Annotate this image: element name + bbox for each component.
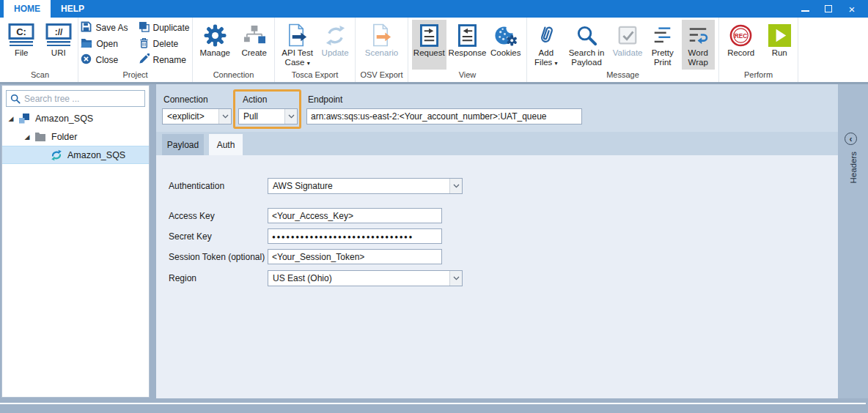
ribbon-group-project: Save As Open Close	[78, 18, 193, 82]
expander-icon[interactable]: ◢	[23, 133, 32, 141]
save-as-button[interactable]: Save As	[81, 21, 128, 34]
connection-select[interactable]: <explicit>	[162, 108, 232, 124]
expand-headers-button[interactable]: ‹	[845, 133, 857, 145]
project-tree: ◢ Amazon_SQS ◢ Folder	[2, 109, 149, 164]
status-bar	[0, 398, 868, 413]
action-select[interactable]: Pull	[238, 108, 298, 124]
open-button[interactable]: Open	[81, 38, 128, 51]
action-label: Action	[243, 94, 267, 105]
chevron-down-icon[interactable]	[218, 109, 231, 124]
maximize-button[interactable]	[817, 0, 840, 18]
group-label-osv-export: OSV Export	[356, 70, 408, 82]
record-button[interactable]: REC Record	[723, 20, 759, 70]
folder-icon	[34, 131, 47, 143]
chevron-left-icon: ‹	[850, 135, 853, 144]
group-label-perform: Perform	[719, 70, 798, 82]
minimize-button[interactable]	[793, 0, 817, 18]
response-view-button[interactable]: Response	[448, 20, 488, 70]
delete-button[interactable]: Delete	[139, 37, 190, 51]
expander-icon[interactable]: ◢	[7, 115, 15, 122]
paperclip-icon	[535, 22, 557, 48]
session-token-input[interactable]	[268, 249, 442, 264]
close-button[interactable]: ×	[840, 0, 864, 18]
group-label-tosca-export: Tosca Export	[275, 70, 355, 82]
rename-button[interactable]: Rename	[139, 53, 190, 67]
cookies-view-button[interactable]: Cookies	[488, 20, 523, 70]
pretty-print-button[interactable]: Pretty Print	[647, 20, 679, 70]
secret-key-input[interactable]	[268, 228, 442, 244]
authentication-label: Authentication	[169, 181, 224, 191]
close-circle-icon	[81, 53, 92, 67]
record-icon: REC	[729, 22, 753, 48]
gear-icon	[203, 22, 227, 48]
response-doc-icon	[458, 22, 477, 48]
svg-text:REC: REC	[735, 32, 747, 39]
tree-item-label: Amazon_SQS	[67, 150, 125, 160]
ribbon-group-scan: C: File ://	[2, 18, 78, 82]
tab-home[interactable]: HOME	[4, 0, 51, 18]
manage-connection-button[interactable]: Manage	[196, 20, 233, 70]
tab-payload[interactable]: Payload	[162, 134, 204, 155]
chevron-down-icon[interactable]	[449, 271, 462, 286]
dropdown-caret: ▾	[555, 60, 558, 67]
chevron-down-icon[interactable]	[284, 109, 297, 124]
headers-vertical-tab[interactable]: Headers	[838, 152, 868, 186]
save-icon	[81, 21, 92, 34]
ribbon-group-osv-export: Scenario OSV Export	[356, 18, 408, 82]
svg-text:C:: C:	[16, 26, 26, 37]
tree-item-amazon-sqs-request[interactable]: Amazon_SQS	[2, 146, 149, 164]
network-tree-icon	[243, 22, 265, 48]
authentication-select[interactable]: AWS Signature	[268, 178, 463, 194]
duplicate-button[interactable]: Duplicate	[139, 21, 190, 34]
minimize-icon	[801, 10, 809, 12]
create-connection-button[interactable]: Create	[238, 20, 271, 70]
request-header: Connection <explicit> Action Pull Endpoi…	[156, 84, 838, 132]
close-icon: ×	[849, 4, 856, 15]
api-test-case-button[interactable]: API Test Case ▾	[279, 20, 316, 70]
group-label-scan: Scan	[2, 70, 78, 82]
request-panel: Connection <explicit> Action Pull Endpoi…	[156, 84, 838, 398]
pencil-icon	[139, 53, 150, 67]
auth-tab-content: Authentication AWS Signature Access Key …	[156, 155, 838, 398]
svg-text:://: ://	[54, 27, 62, 37]
status-bar-separator	[0, 403, 866, 404]
sync-request-icon	[51, 149, 63, 161]
word-wrap-icon	[687, 22, 709, 48]
tree-item-label: Amazon_SQS	[35, 114, 93, 124]
validate-check-icon	[617, 22, 639, 48]
payload-auth-tabstrip: Payload Auth	[156, 132, 838, 155]
update-sync-icon	[324, 22, 347, 48]
endpoint-input[interactable]	[306, 108, 582, 124]
file-scan-icon: C:	[7, 22, 36, 48]
ribbon-group-message: Add Files ▾ Search in Payload Validate	[527, 18, 719, 82]
export-testcase-icon	[286, 22, 309, 48]
add-files-button[interactable]: Add Files ▾	[531, 20, 562, 70]
ribbon-group-view: Request Response	[408, 18, 527, 82]
connection-label: Connection	[163, 94, 208, 105]
search-in-payload-button[interactable]: Search in Payload	[564, 20, 609, 70]
word-wrap-button[interactable]: Word Wrap	[682, 20, 715, 70]
region-select[interactable]: US East (Ohio)	[268, 270, 463, 286]
close-project-button[interactable]: Close	[81, 53, 128, 67]
tree-item-folder[interactable]: ◢ Folder	[2, 127, 149, 146]
tree-item-amazon-sqs-root[interactable]: ◢ Amazon_SQS	[2, 109, 149, 127]
tab-auth[interactable]: Auth	[209, 134, 243, 155]
search-input[interactable]	[24, 91, 143, 106]
project-icon	[18, 113, 31, 124]
tree-item-label: Folder	[51, 132, 77, 142]
headers-side-panel: ‹ Headers	[838, 84, 868, 398]
chevron-down-icon[interactable]	[449, 179, 462, 193]
uri-button[interactable]: :// URI	[43, 20, 75, 70]
update-button: Update	[319, 20, 351, 70]
file-button[interactable]: C: File	[6, 20, 37, 70]
ribbon-group-perform: REC Record Run Perform	[719, 18, 798, 82]
search-icon	[10, 94, 21, 104]
pretty-print-icon	[652, 22, 674, 48]
tab-help[interactable]: HELP	[51, 0, 95, 18]
titlebar: HOME HELP ×	[0, 0, 868, 18]
open-folder-icon	[81, 38, 92, 51]
maximize-icon	[825, 5, 832, 12]
access-key-input[interactable]	[268, 208, 442, 223]
run-button[interactable]: Run	[765, 20, 794, 70]
request-view-button[interactable]: Request	[412, 20, 446, 70]
